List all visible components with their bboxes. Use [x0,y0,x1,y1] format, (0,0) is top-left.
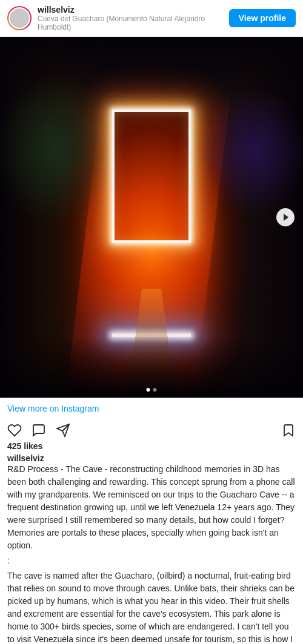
next-image-button[interactable] [276,208,295,226]
avatar [7,6,32,30]
share-button[interactable] [56,423,70,438]
header-info: willselviz Cueva del Guacharo (Monumento… [38,5,229,31]
dot-1 [147,388,150,392]
caption-username[interactable]: willselviz [7,453,44,463]
avatar-image [8,7,30,29]
colon-break-1: : [7,554,296,567]
post-image [0,37,303,398]
view-more-instagram-link[interactable]: View more on Instagram [0,398,303,419]
post-header: willselviz Cueva del Guacharo (Monumento… [0,0,303,37]
comment-button[interactable] [32,423,46,438]
foliage-left [0,73,115,225]
header-location: Cueva del Guacharo (Monumento Natural Al… [38,15,229,31]
image-dots-indicator [147,388,157,392]
action-bar [0,419,303,441]
caption-area: willselviz R&D Process - The Cave - reco… [0,453,303,644]
likes-count: 425 likes [0,441,303,453]
caption-text: R&D Process - The Cave - reconstructing … [7,463,296,644]
dot-2 [153,388,157,392]
save-button[interactable] [281,423,296,438]
foliage-right [200,85,303,218]
glowing-door-frame [112,110,191,243]
view-profile-button[interactable]: View profile [229,9,296,27]
header-username[interactable]: willselviz [38,5,229,15]
chevron-right-icon [284,214,288,221]
left-action-icons [7,423,281,438]
image-background [0,37,303,398]
like-button[interactable] [7,423,22,438]
